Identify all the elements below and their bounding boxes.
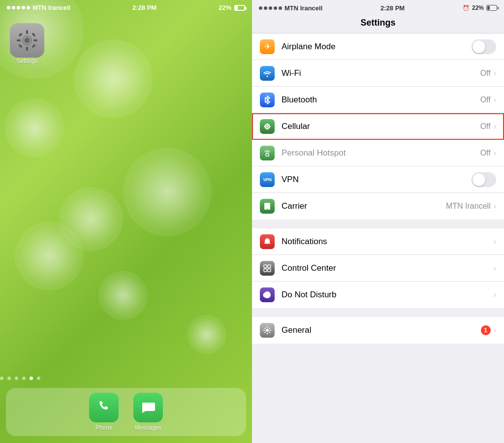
page-dot-6 — [37, 377, 40, 380]
cellular-row[interactable]: Cellular Off › — [252, 113, 504, 140]
airplane-mode-row[interactable]: ✈ Airplane Mode — [252, 33, 504, 60]
bluetooth-chevron: › — [494, 95, 496, 104]
signal-dot — [17, 6, 20, 9]
cc-svg — [263, 264, 272, 273]
dock-messages[interactable]: Messages — [133, 393, 163, 431]
right-signal-dot — [274, 6, 277, 10]
notifications-label: Notifications — [282, 237, 494, 247]
svg-rect-2 — [26, 47, 28, 51]
gear-svg — [16, 29, 38, 52]
phone-svg — [95, 399, 112, 416]
wifi-label: Wi-Fi — [282, 68, 480, 78]
svg-rect-8 — [32, 32, 35, 36]
signal-dot — [27, 6, 30, 9]
dock: Phone Messages — [6, 388, 246, 436]
notifications-icon — [260, 234, 275, 249]
airplane-mode-label: Airplane Mode — [282, 42, 472, 52]
dnd-svg — [263, 290, 272, 299]
signal-dot — [12, 6, 15, 9]
settings-app-label: Settings — [16, 58, 37, 64]
svg-rect-20 — [267, 333, 268, 334]
cellular-icon — [260, 119, 275, 134]
right-time: 2:28 PM — [380, 4, 405, 12]
page-dot-1 — [0, 377, 3, 380]
svg-rect-13 — [266, 154, 269, 156]
carrier-row[interactable]: Carrier MTN Irancell › — [252, 193, 504, 220]
carrier-chevron: › — [494, 202, 496, 211]
notifications-chevron: › — [494, 237, 496, 246]
general-label: General — [282, 325, 481, 335]
left-battery-icon — [234, 5, 245, 11]
messages-label: Messages — [135, 424, 162, 431]
page-dot-4 — [22, 377, 26, 380]
svg-rect-16 — [264, 269, 267, 272]
right-signal-dot — [264, 6, 267, 10]
bluetooth-row[interactable]: Bluetooth Off › — [252, 87, 504, 113]
airplane-mode-toggle[interactable] — [472, 39, 496, 54]
svg-rect-5 — [18, 32, 22, 36]
svg-rect-3 — [17, 39, 21, 41]
signal-dot — [22, 6, 25, 9]
vpn-row[interactable]: VPN VPN — [252, 166, 504, 193]
vpn-toggle[interactable] — [472, 172, 496, 187]
personal-hotspot-row[interactable]: Personal Hotspot Off › — [252, 140, 504, 166]
cellular-value: Off — [480, 122, 491, 131]
vpn-icon: VPN — [260, 172, 275, 187]
messages-icon — [133, 393, 163, 422]
wifi-chevron: › — [494, 69, 496, 78]
airplane-mode-icon: ✈ — [260, 39, 275, 54]
wifi-value: Off — [480, 69, 491, 78]
wifi-row[interactable]: Wi-Fi Off › — [252, 60, 504, 87]
general-badge: 1 — [481, 325, 491, 335]
vpn-text: VPN — [263, 177, 271, 182]
do-not-disturb-icon — [260, 287, 275, 302]
carrier-label: Carrier — [282, 201, 446, 211]
control-center-chevron: › — [494, 264, 496, 273]
home-content: Settings — [0, 13, 252, 377]
dock-phone[interactable]: Phone — [89, 393, 119, 431]
right-status-bar: MTN Irancell 2:28 PM ⏰ 22% — [252, 0, 504, 14]
left-battery-pct: 22% — [219, 4, 231, 11]
svg-rect-23 — [264, 327, 266, 329]
svg-rect-14 — [264, 265, 267, 268]
vpn-toggle-thumb — [472, 173, 485, 186]
svg-rect-21 — [263, 330, 265, 331]
left-battery-fill — [235, 6, 238, 10]
settings-app-icon-wrap[interactable]: Settings — [10, 23, 44, 64]
general-row[interactable]: General 1 › — [252, 317, 504, 344]
general-chevron: › — [494, 326, 496, 335]
section-gap-2 — [252, 308, 504, 317]
airplane-mode-toggle-thumb — [472, 40, 485, 53]
do-not-disturb-row[interactable]: Do Not Disturb › — [252, 282, 504, 308]
cellular-label: Cellular — [282, 122, 480, 131]
right-battery-area: ⏰ 22% — [463, 4, 497, 11]
svg-rect-22 — [270, 330, 271, 331]
right-battery-icon — [486, 5, 497, 11]
page-dot-3 — [15, 377, 18, 380]
svg-rect-1 — [26, 30, 28, 34]
settings-gear-icon — [10, 23, 44, 58]
do-not-disturb-chevron: › — [494, 290, 496, 299]
right-carrier: MTN Irancell — [284, 4, 322, 12]
svg-rect-15 — [268, 265, 271, 268]
phone-label: Phone — [95, 424, 113, 431]
notifications-row[interactable]: Notifications › — [252, 228, 504, 255]
notif-svg — [263, 237, 272, 246]
settings-section-3: General 1 › — [252, 317, 504, 344]
signal-dots — [7, 6, 30, 9]
wifi-icon — [260, 66, 275, 81]
svg-rect-26 — [269, 327, 271, 329]
personal-hotspot-label: Personal Hotspot — [282, 148, 480, 158]
do-not-disturb-label: Do Not Disturb — [282, 290, 494, 300]
svg-rect-4 — [33, 39, 37, 41]
section-gap-1 — [252, 220, 504, 228]
control-center-row[interactable]: Control Center › — [252, 255, 504, 282]
right-panel: MTN Irancell 2:28 PM ⏰ 22% Settings ✈ Ai… — [252, 0, 504, 443]
svg-rect-17 — [268, 269, 271, 272]
settings-section-1: ✈ Airplane Mode Wi-Fi Off › — [252, 33, 504, 220]
right-signal-dot — [269, 6, 272, 10]
svg-rect-7 — [18, 44, 22, 48]
wifi-svg — [263, 69, 272, 78]
left-battery-area: 22% — [219, 4, 245, 11]
right-signal-dot — [259, 6, 262, 10]
